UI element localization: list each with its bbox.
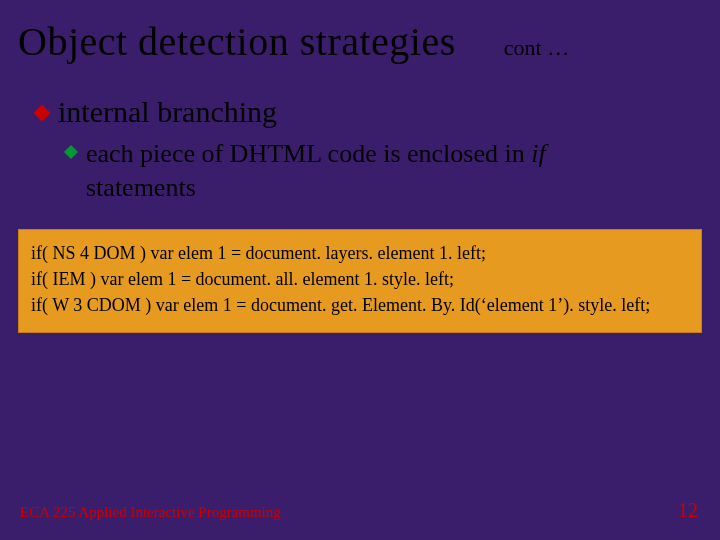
course-label: ECA 225 Applied Interactive Programming — [20, 504, 281, 521]
code-line-1: if( NS 4 DOM ) var elem 1 = document. la… — [31, 240, 689, 266]
bullet-2-text: each piece of DHTML code is enclosed in … — [86, 137, 546, 205]
bullet-1-text: internal branching — [58, 95, 277, 129]
page-title: Object detection strategies — [18, 18, 456, 65]
bullet-2-post: statements — [86, 173, 196, 202]
page-number: 12 — [678, 499, 698, 522]
bullet-2-pre: each piece of DHTML code is enclosed in — [86, 139, 531, 168]
bullet-level-1: internal branching — [36, 95, 700, 129]
code-box: if( NS 4 DOM ) var elem 1 = document. la… — [18, 229, 702, 333]
diamond-bullet-icon — [34, 105, 51, 122]
footer: ECA 225 Applied Interactive Programming … — [20, 499, 698, 522]
diamond-bullet-icon — [64, 145, 78, 159]
code-line-3: if( W 3 CDOM ) var elem 1 = document. ge… — [31, 292, 689, 318]
code-line-2: if( IEM ) var elem 1 = document. all. el… — [31, 266, 689, 292]
bullet-2-if-keyword: if — [531, 139, 545, 168]
title-continuation: cont … — [504, 35, 569, 61]
content-area: internal branching each piece of DHTML c… — [0, 65, 720, 205]
title-row: Object detection strategies cont … — [0, 0, 720, 65]
bullet-level-2: each piece of DHTML code is enclosed in … — [66, 137, 700, 205]
